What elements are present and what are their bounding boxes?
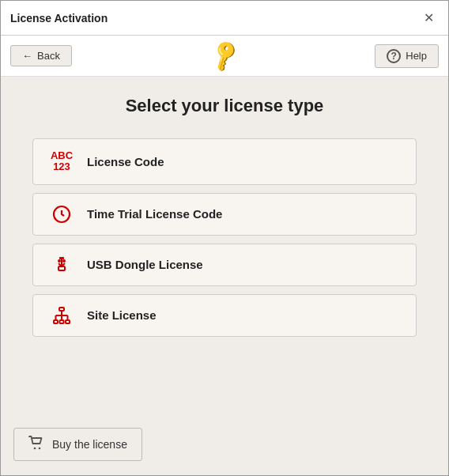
cart-icon	[28, 436, 44, 453]
back-label: Back	[37, 50, 60, 62]
svg-rect-9	[60, 320, 64, 323]
back-button[interactable]: ← Back	[10, 45, 72, 66]
window-title: License Activation	[10, 12, 108, 25]
svg-point-17	[39, 448, 41, 450]
svg-point-6	[63, 260, 65, 262]
section-title: Select your license type	[126, 96, 324, 116]
main-window: License Activation ✕ ← Back 🔑 ? Help Sel…	[0, 0, 449, 476]
close-button[interactable]: ✕	[419, 10, 439, 26]
main-content: Select your license type ABC123 License …	[1, 77, 448, 417]
title-bar: License Activation ✕	[1, 1, 448, 36]
key-icon-container: 🔑	[211, 43, 239, 69]
site-license-button[interactable]: Site License	[32, 294, 417, 337]
license-code-label: License Code	[87, 155, 164, 168]
usb-dongle-button[interactable]: USB Dongle License	[32, 244, 417, 286]
svg-rect-10	[66, 320, 70, 323]
help-circle-icon: ?	[387, 49, 401, 63]
toolbar: ← Back 🔑 ? Help	[1, 36, 448, 77]
clock-icon	[49, 205, 74, 224]
usb-icon	[49, 255, 74, 274]
usb-dongle-label: USB Dongle License	[87, 258, 203, 271]
help-button[interactable]: ? Help	[375, 44, 439, 68]
license-options-list: ABC123 License Code Time Trial License C…	[32, 138, 417, 337]
svg-point-16	[34, 448, 36, 450]
license-code-button[interactable]: ABC123 License Code	[32, 138, 417, 185]
buy-license-label: Buy the license	[52, 438, 127, 451]
site-license-label: Site License	[87, 308, 157, 322]
network-icon	[49, 306, 74, 325]
abc123-icon: ABC123	[49, 150, 74, 173]
svg-point-5	[58, 260, 60, 262]
svg-rect-2	[58, 266, 65, 270]
help-label: Help	[406, 50, 427, 62]
svg-rect-7	[59, 308, 64, 311]
svg-rect-8	[54, 320, 58, 323]
time-trial-label: Time Trial License Code	[87, 207, 222, 221]
back-arrow-icon: ←	[22, 50, 32, 62]
buy-license-button[interactable]: Buy the license	[13, 428, 142, 461]
time-trial-button[interactable]: Time Trial License Code	[32, 193, 417, 236]
key-icon: 🔑	[206, 37, 243, 74]
footer: Buy the license	[1, 417, 448, 475]
